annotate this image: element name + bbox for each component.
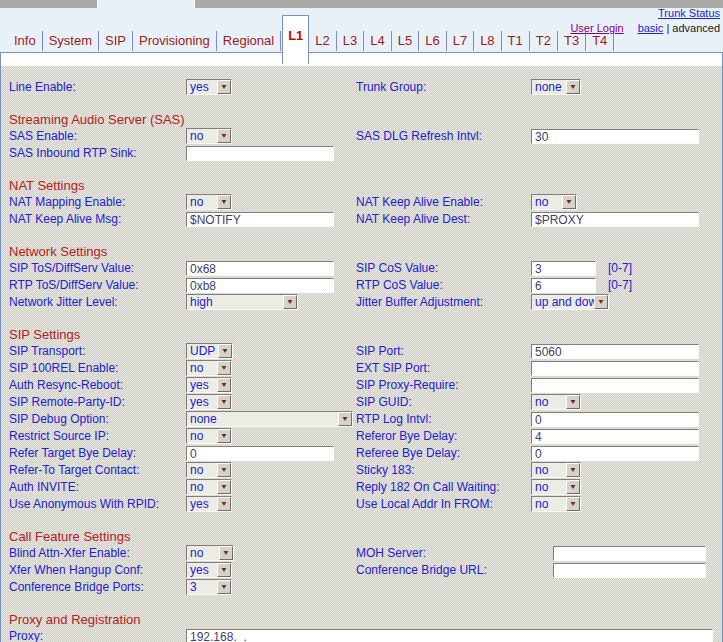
- dropdown-button[interactable]: ▼: [283, 295, 297, 309]
- dropdown-button[interactable]: ▼: [562, 195, 576, 209]
- tab-t2[interactable]: T2: [530, 31, 558, 51]
- form-row: SIP Debug Option:none▼RTP Log Intvl:: [1, 411, 722, 428]
- dropdown-button[interactable]: ▼: [566, 80, 580, 94]
- tab-l1[interactable]: L1: [282, 15, 309, 64]
- use-local-addr-in-from-select[interactable]: no▼: [531, 496, 581, 512]
- sticky-183-select[interactable]: no▼: [531, 462, 581, 478]
- sip-proxy-require-input[interactable]: [531, 378, 699, 393]
- jitter-buffer-adjustment-select[interactable]: up and down▼: [531, 294, 609, 310]
- tab-l5[interactable]: L5: [392, 31, 419, 51]
- tab-l8[interactable]: L8: [474, 31, 501, 51]
- tab-l7[interactable]: L7: [447, 31, 474, 51]
- line-enable-label: Line Enable:: [9, 79, 76, 96]
- nat-keep-alive-dest-input[interactable]: [531, 212, 699, 227]
- section-top: Line Enable:yes▼Trunk Group:none▼: [1, 79, 722, 96]
- rtp-log-intvl-input[interactable]: [531, 412, 699, 427]
- dropdown-button[interactable]: ▼: [217, 463, 231, 477]
- line-enable-select[interactable]: yes▼: [186, 79, 232, 95]
- dropdown-button[interactable]: ▼: [217, 361, 231, 375]
- dropdown-button[interactable]: ▼: [217, 497, 231, 511]
- dropdown-button[interactable]: ▼: [338, 412, 352, 426]
- dropdown-button[interactable]: ▼: [566, 395, 580, 409]
- selected-value: none: [532, 80, 566, 94]
- chevron-down-icon: ▼: [220, 583, 228, 590]
- refer-to-target-contact-select[interactable]: no▼: [186, 462, 232, 478]
- trunk-status-link[interactable]: Trunk Status: [658, 7, 720, 19]
- chevron-down-icon: ▼: [220, 132, 228, 139]
- sip-remote-party-id-select[interactable]: yes▼: [186, 394, 232, 410]
- sas-inbound-rtp-sink-input[interactable]: [186, 146, 334, 161]
- auth-invite-select[interactable]: no▼: [186, 479, 232, 495]
- conference-bridge-ports-select[interactable]: 3▼: [186, 579, 232, 595]
- sip-guid-select[interactable]: no▼: [531, 394, 581, 410]
- tab-l6[interactable]: L6: [419, 31, 446, 51]
- referee-bye-delay-label: Referee Bye Delay:: [356, 445, 460, 462]
- ext-sip-port-input[interactable]: [531, 361, 699, 376]
- tab-l2[interactable]: L2: [309, 31, 336, 51]
- rtp-tos-diffserv-value-input[interactable]: [186, 278, 334, 293]
- dropdown-button[interactable]: ▼: [217, 395, 231, 409]
- restrict-source-ip-select[interactable]: no▼: [186, 428, 232, 444]
- dropdown-button[interactable]: ▼: [219, 546, 233, 560]
- sip-100rel-enable-select[interactable]: no▼: [186, 360, 232, 376]
- tab-info[interactable]: Info: [8, 31, 43, 51]
- dropdown-button[interactable]: ▼: [566, 497, 580, 511]
- selected-value: up and down: [532, 295, 594, 309]
- form-row: SAS Enable:no▼SAS DLG Refresh Intvl:: [1, 128, 722, 145]
- proxy-input[interactable]: [186, 629, 713, 642]
- basic-link[interactable]: basic: [638, 22, 664, 34]
- sip-debug-option-select[interactable]: none▼: [186, 411, 353, 427]
- rtp-cos-value-input[interactable]: [531, 278, 596, 293]
- tab-system[interactable]: System: [43, 31, 99, 51]
- network-jitter-level-select[interactable]: high▼: [186, 294, 298, 310]
- auth-resync-reboot-select[interactable]: yes▼: [186, 377, 232, 393]
- section-title-nat-settings: NAT Settings: [1, 177, 722, 194]
- section-network-settings: Network SettingsSIP ToS/DiffServ Value:S…: [1, 243, 722, 311]
- tab-t1[interactable]: T1: [502, 31, 530, 51]
- sip-cos-value-input[interactable]: [531, 261, 596, 276]
- dropdown-button[interactable]: ▼: [217, 80, 231, 94]
- trunk-group-select[interactable]: none▼: [531, 79, 581, 95]
- tab-l3[interactable]: L3: [337, 31, 364, 51]
- tab-provisioning[interactable]: Provisioning: [133, 31, 217, 51]
- nat-keep-alive-msg-input[interactable]: [186, 212, 334, 227]
- nat-keep-alive-enable-select[interactable]: no▼: [531, 194, 577, 210]
- dropdown-button[interactable]: ▼: [217, 580, 231, 594]
- refer-target-bye-delay-input[interactable]: [186, 446, 334, 461]
- auth-resync-reboot-label: Auth Resync-Reboot:: [9, 377, 123, 394]
- sas-dlg-refresh-intvl-input[interactable]: [531, 129, 699, 144]
- moh-server-input[interactable]: [553, 546, 706, 561]
- tab-sip[interactable]: SIP: [99, 31, 133, 51]
- user-login-link[interactable]: User Login: [570, 22, 623, 34]
- dropdown-button[interactable]: ▼: [217, 429, 231, 443]
- tab-regional[interactable]: Regional: [217, 31, 281, 51]
- reply-182-on-call-waiting-select[interactable]: no▼: [531, 479, 581, 495]
- conference-bridge-url-input[interactable]: [553, 563, 706, 578]
- use-anonymous-with-rpid-select[interactable]: yes▼: [186, 496, 232, 512]
- sas-enable-select[interactable]: no▼: [186, 128, 232, 144]
- nat-mapping-enable-label: NAT Mapping Enable:: [9, 194, 125, 211]
- section-title-network-settings: Network Settings: [1, 243, 722, 260]
- xfer-when-hangup-conf-select[interactable]: yes▼: [186, 562, 232, 578]
- rtp-log-intvl-label: RTP Log Intvl:: [356, 411, 432, 428]
- dropdown-button[interactable]: ▼: [566, 480, 580, 494]
- tab-l4[interactable]: L4: [364, 31, 391, 51]
- dropdown-button[interactable]: ▼: [217, 480, 231, 494]
- dropdown-button[interactable]: ▼: [566, 463, 580, 477]
- dropdown-button[interactable]: ▼: [217, 563, 231, 577]
- form-row: Blind Attn-Xfer Enable:no▼MOH Server:: [1, 545, 722, 562]
- sip-transport-select[interactable]: UDP▼: [186, 343, 233, 359]
- dropdown-button[interactable]: ▼: [218, 344, 232, 358]
- chevron-down-icon: ▼: [220, 398, 228, 405]
- referor-bye-delay-input[interactable]: [531, 429, 699, 444]
- sip-port-input[interactable]: [531, 344, 699, 359]
- dropdown-button[interactable]: ▼: [217, 378, 231, 392]
- sip-tos-diffserv-value-input[interactable]: [186, 261, 334, 276]
- dropdown-button[interactable]: ▼: [217, 129, 231, 143]
- blind-attn-xfer-enable-select[interactable]: no▼: [186, 545, 234, 561]
- dropdown-button[interactable]: ▼: [594, 295, 608, 309]
- proxy-label: Proxy:: [9, 628, 43, 642]
- dropdown-button[interactable]: ▼: [217, 195, 231, 209]
- nat-mapping-enable-select[interactable]: no▼: [186, 194, 232, 210]
- referee-bye-delay-input[interactable]: [531, 446, 699, 461]
